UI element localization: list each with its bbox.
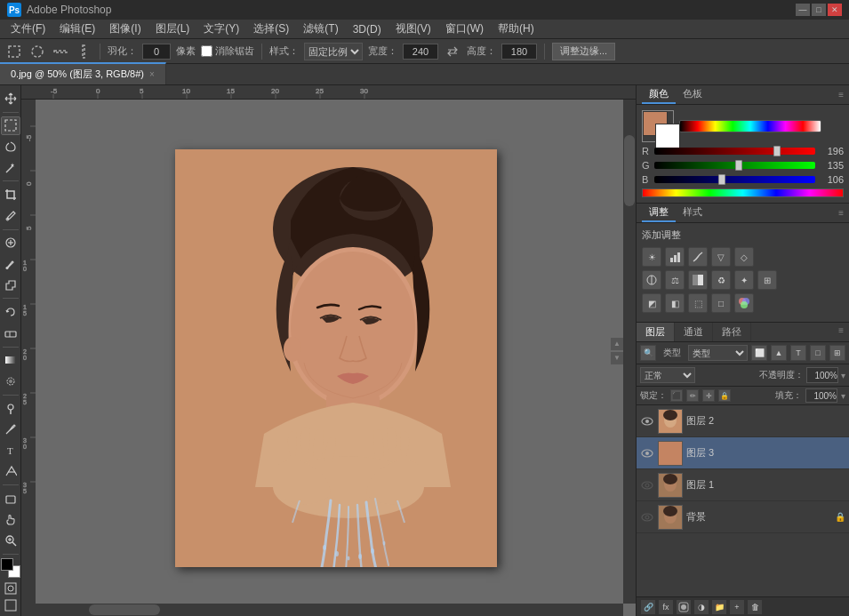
layer-3-visibility[interactable] (640, 446, 654, 460)
hue-sat-icon[interactable] (642, 270, 661, 290)
photo-filter-icon[interactable]: ♻ (711, 270, 731, 290)
color-swatch-main[interactable] (642, 110, 674, 142)
pen-tool[interactable] (1, 420, 20, 439)
width-input[interactable] (403, 44, 438, 60)
color-balance-icon[interactable]: ⚖ (665, 270, 685, 290)
eraser-tool[interactable] (1, 324, 20, 343)
menu-type[interactable]: 文字(Y) (196, 20, 246, 38)
filter-pixel-icon[interactable]: ⬜ (751, 345, 767, 361)
layer-2-visibility[interactable] (640, 414, 654, 428)
g-slider-thumb[interactable] (735, 160, 742, 171)
fg-bg-colors[interactable] (1, 558, 20, 578)
selective-color-icon[interactable] (734, 293, 754, 313)
bg-visibility[interactable] (640, 510, 654, 524)
layer-1-visibility[interactable] (640, 478, 654, 492)
lasso-tool[interactable] (1, 137, 20, 156)
nav-up-icon[interactable]: ▲ (611, 338, 623, 350)
maximize-button[interactable]: □ (812, 4, 826, 16)
zoom-tool[interactable] (1, 532, 20, 551)
exposure-icon[interactable]: ▽ (711, 247, 731, 267)
adjust-panel-menu[interactable]: ≡ (838, 208, 844, 218)
layers-menu[interactable]: ≡ (833, 323, 849, 341)
height-input[interactable] (501, 44, 537, 60)
menu-window[interactable]: 窗口(W) (438, 20, 491, 38)
filter-icon-search[interactable]: 🔍 (640, 345, 656, 361)
menu-view[interactable]: 视图(V) (388, 20, 438, 38)
layers-tab[interactable]: 图层 (637, 323, 675, 341)
add-mask-icon[interactable] (676, 599, 692, 615)
swap-icon[interactable] (444, 43, 461, 60)
gradient-map-icon[interactable]: □ (711, 293, 731, 313)
dodge-tool[interactable] (1, 399, 20, 419)
filter-shape-icon[interactable]: □ (810, 345, 826, 361)
lock-image-icon[interactable]: ✏ (686, 389, 699, 402)
add-group-icon[interactable]: 📁 (711, 599, 727, 615)
add-adjustment-icon[interactable]: ◑ (693, 599, 709, 615)
swatches-tab[interactable]: 色板 (676, 85, 709, 104)
path-select-tool[interactable] (1, 462, 20, 482)
canvas-content[interactable] (36, 100, 636, 616)
lock-all-icon[interactable]: 🔒 (718, 389, 731, 402)
menu-image[interactable]: 图像(I) (102, 20, 148, 38)
layer-item-1[interactable]: 图层 1 (637, 469, 849, 501)
crop-tool[interactable] (1, 185, 20, 204)
levels-icon[interactable] (665, 247, 685, 267)
filter-type-icon[interactable]: T (790, 345, 806, 361)
marquee-row-icon[interactable] (52, 43, 69, 60)
style-select[interactable]: 固定比例 正常 固定大小 (304, 43, 363, 60)
type-tool[interactable]: T (1, 441, 20, 460)
b-slider-thumb[interactable] (718, 174, 725, 185)
rainbow-bar[interactable] (642, 188, 844, 197)
document-tab[interactable]: 0.jpg @ 50% (图层 3, RGB/8#) × (0, 62, 166, 84)
canvas-area[interactable]: -5 0 5 10 15 20 25 30 (21, 85, 636, 616)
add-style-icon[interactable]: fx (658, 599, 674, 615)
horizontal-scrollbar[interactable] (36, 604, 623, 616)
brightness-icon[interactable]: ☀ (642, 247, 661, 267)
curves-icon[interactable] (688, 247, 708, 267)
color-panel-menu[interactable]: ≡ (838, 90, 844, 100)
threshold-icon[interactable]: ⬚ (688, 293, 708, 313)
styles-tab[interactable]: 样式 (676, 204, 709, 222)
blend-mode-select[interactable]: 正常 溶解 正片叠底 (640, 367, 695, 383)
link-layers-icon[interactable]: 🔗 (640, 599, 656, 615)
blur-tool[interactable] (1, 372, 20, 391)
delete-layer-icon[interactable]: 🗑 (747, 599, 763, 615)
menu-edit[interactable]: 编辑(E) (52, 20, 102, 38)
r-slider-thumb[interactable] (773, 146, 781, 156)
menu-3d[interactable]: 3D(D) (346, 21, 388, 37)
shape-tool[interactable] (1, 489, 20, 508)
vertical-scrollbar[interactable] (623, 100, 636, 604)
filter-type-select[interactable]: 类型 (688, 345, 748, 361)
color-lookup-icon[interactable]: ⊞ (757, 270, 777, 290)
feather-input[interactable] (142, 44, 171, 60)
marquee-rect-icon[interactable] (5, 43, 23, 60)
marquee-tool[interactable] (1, 116, 20, 136)
menu-help[interactable]: 帮助(H) (491, 20, 541, 38)
hand-tool[interactable] (1, 510, 20, 530)
opacity-arrow[interactable]: ▾ (841, 371, 845, 380)
channels-tab[interactable]: 通道 (675, 323, 713, 341)
move-tool[interactable] (1, 89, 20, 108)
color-spectrum-bar[interactable] (679, 120, 821, 132)
posterize-icon[interactable]: ◧ (665, 293, 685, 313)
screen-mode-icon[interactable] (4, 598, 18, 612)
marquee-col-icon[interactable] (75, 43, 92, 60)
invert-icon[interactable]: ◩ (642, 293, 661, 313)
menu-select[interactable]: 选择(S) (246, 20, 296, 38)
fill-input[interactable] (805, 388, 837, 403)
g-slider-track[interactable] (654, 162, 815, 169)
filter-smart-icon[interactable]: ⊞ (829, 345, 845, 361)
lock-position-icon[interactable]: ✛ (702, 389, 715, 402)
channel-mixer-icon[interactable]: ✦ (734, 270, 754, 290)
vibrance-icon[interactable]: ◇ (734, 247, 754, 267)
layer-item-2[interactable]: 图层 2 (637, 405, 849, 437)
marquee-ellipse-icon[interactable] (28, 43, 46, 60)
add-layer-icon[interactable]: + (729, 599, 745, 615)
quick-mask-icon[interactable] (4, 581, 18, 596)
layer-item-3[interactable]: 图层 3 (637, 437, 849, 469)
layer-item-bg[interactable]: 背景 🔒 (637, 501, 849, 533)
close-button[interactable]: ✕ (828, 4, 842, 16)
clone-tool[interactable] (1, 276, 20, 295)
menu-filter[interactable]: 滤镜(T) (296, 20, 345, 38)
b-slider-track[interactable] (654, 176, 815, 183)
